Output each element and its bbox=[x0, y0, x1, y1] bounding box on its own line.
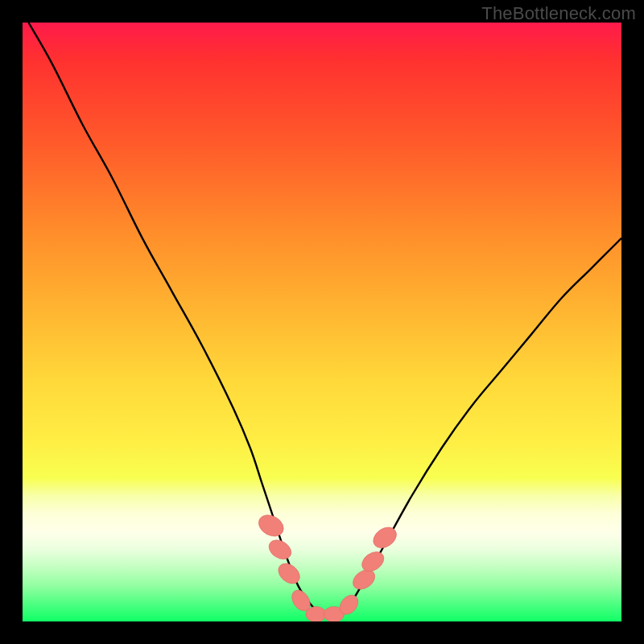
curve-markers bbox=[255, 510, 401, 621]
chart-frame: TheBottleneck.com bbox=[0, 0, 644, 644]
watermark-text: TheBottleneck.com bbox=[481, 3, 636, 24]
curve-marker bbox=[255, 510, 287, 540]
curve-marker bbox=[306, 606, 326, 621]
curve-marker bbox=[369, 523, 400, 552]
chart-svg bbox=[23, 23, 621, 621]
bottleneck-curve bbox=[28, 23, 621, 617]
chart-plot-area bbox=[23, 23, 621, 621]
